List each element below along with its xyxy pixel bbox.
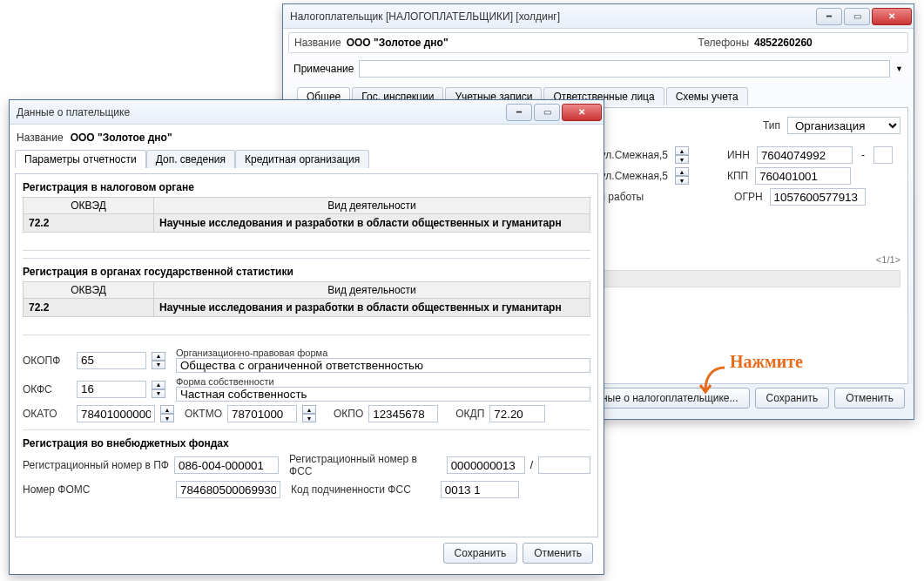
oktmo-stepper[interactable]: ▲▼ [302,405,316,422]
note-label: Примечание [293,63,354,75]
annotation-label: Нажмите [730,352,803,372]
pf-input[interactable] [174,456,279,474]
tab-schemes[interactable]: Схемы учета [666,87,748,105]
tab-report-params[interactable]: Параметры отчетности [15,150,146,168]
funds-title: Регистрация во внебюджетных фондах [23,437,590,449]
type-select[interactable]: Организация [787,117,900,134]
fs-label: Форма собственности [176,376,590,387]
save-button[interactable]: Сохранить [443,543,518,564]
inn-input[interactable] [757,146,853,164]
maximize-button[interactable]: ▭ [534,104,560,121]
okato-label: ОКАТО [23,408,71,420]
tab-credit-org[interactable]: Кредитная организация [235,150,369,168]
foms-label: Номер ФОМС [23,483,171,496]
tax-activity-table[interactable]: ОКВЭД Вид деятельности 72.2 Научные иссл… [23,197,590,233]
minimize-button[interactable]: ━ [816,8,842,25]
chevron-down-icon[interactable]: ▼ [895,64,903,73]
okpo-label: ОКПО [334,408,363,420]
col-activity: Вид деятельности [154,198,590,214]
window-title: Налогоплательщик [НАЛОГОПЛАТЕЛЬЩИКИ] [хо… [290,10,814,23]
close-button[interactable]: ✕ [872,8,912,25]
close-button[interactable]: ✕ [562,104,602,121]
table-row: 72.2 Научные исследования и разработки в… [24,214,590,233]
type-label: Тип [763,119,780,132]
report-params-page: Регистрация в налоговом органе ОКВЭД Вид… [15,173,598,537]
stat-activity-table[interactable]: ОКВЭД Вид деятельности 72.2 Научные иссл… [23,281,590,317]
fss-input[interactable] [447,456,525,474]
phone-label: Телефоны [698,37,749,49]
podch-label: Код подчиненности ФСС [291,483,411,496]
addr1-stepper[interactable]: ▲▼ [675,146,689,164]
fss-suffix-input[interactable] [538,456,590,474]
activity-cell[interactable]: Научные исследования и разработки в обла… [154,299,590,317]
okved-cell[interactable]: 72.2 [24,299,154,317]
minimize-button[interactable]: ━ [506,104,532,121]
phone-value: 4852260260 [754,37,902,49]
foms-input[interactable] [176,481,280,498]
window-title: Данные о плательщике [17,106,504,118]
maximize-button[interactable]: ▭ [844,8,870,25]
okdp-input[interactable] [489,405,545,422]
okfs-label: ОКФС [23,383,71,395]
okved-cell[interactable]: 72.2 [24,214,154,233]
opf-label: Организационно-правовая форма [176,348,590,358]
save-button[interactable]: Сохранить [755,388,830,409]
col-okved: ОКВЭД [24,198,154,214]
okato-input[interactable] [77,405,155,422]
okpo-input[interactable] [368,405,438,422]
okopf-label: ОКОПФ [23,355,71,367]
slash: / [530,459,533,471]
cancel-button[interactable]: Отменить [834,388,905,409]
note-input[interactable] [359,60,890,78]
name-label: Название [17,132,64,144]
pf-label: Регистрационный номер в ПФ [23,459,169,471]
fss-label: Регистрационный номер в ФСС [289,453,442,477]
name-value: ООО "Золотое дно" [347,37,693,49]
oktmo-input[interactable] [227,405,297,422]
kpp-input[interactable] [755,167,851,185]
tax-reg-title: Регистрация в налоговом органе [23,181,590,193]
table-row: 72.2 Научные исследования и разработки в… [24,299,590,317]
okopf-input[interactable] [77,352,146,369]
addr2-stepper[interactable]: ▲▼ [675,167,689,185]
name-value: ООО "Золотое дно" [71,132,172,144]
annotation-arrow-icon [697,364,732,399]
okfs-input[interactable] [77,381,146,398]
activity-cell[interactable]: Научные исследования и разработки в обла… [154,214,590,233]
col-activity: Вид деятельности [154,282,590,299]
kpp-label: КПП [727,170,748,182]
inn-suffix-input[interactable] [873,146,893,164]
okdp-label: ОКДП [455,408,484,420]
inn-label: ИНН [727,149,750,161]
ogrn-input[interactable] [770,188,866,206]
tab-extra[interactable]: Доп. сведения [146,150,235,168]
titlebar[interactable]: Налогоплательщик [НАЛОГОПЛАТЕЛЬЩИКИ] [хо… [283,4,914,29]
pager: <1/1> [876,254,900,265]
okfs-stepper[interactable]: ▲▼ [152,381,165,398]
payer-data-window: Данные о плательщике ━ ▭ ✕ Название ООО … [9,99,604,575]
okato-stepper[interactable]: ▲▼ [160,405,174,422]
ogrn-label: ОГРН [734,191,763,203]
fs-input[interactable] [176,387,590,402]
titlebar[interactable]: Данные о плательщике ━ ▭ ✕ [10,100,604,125]
podch-input[interactable] [441,481,519,498]
col-okved: ОКВЭД [24,282,154,299]
name-label: Название [294,37,341,49]
stat-reg-title: Регистрация в органах государственной ст… [23,266,590,278]
okopf-stepper[interactable]: ▲▼ [152,352,165,369]
cancel-button[interactable]: Отменить [523,543,593,564]
dash: - [860,149,867,161]
opf-input[interactable] [176,358,590,373]
oktmo-label: ОКТМО [185,408,222,420]
